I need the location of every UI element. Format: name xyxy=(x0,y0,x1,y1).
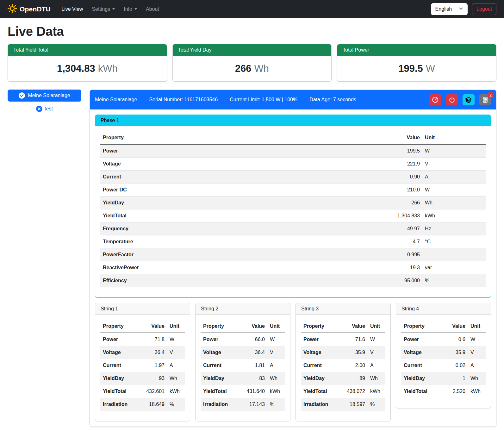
property-value: 49.97 xyxy=(375,222,422,235)
property-value: 35.9 xyxy=(340,346,368,359)
inverter-card-header: Meine Solaranlage Serial Number: 1161716… xyxy=(90,90,496,109)
property-unit: A xyxy=(267,359,285,372)
property-value: 71.8 xyxy=(139,333,167,346)
phase-1-table: Property Value Unit Power199.5WVoltage22… xyxy=(100,131,486,287)
property-name: Voltage xyxy=(100,346,139,359)
property-value: 221.9 xyxy=(375,158,422,171)
speedometer-icon xyxy=(432,97,439,103)
x-circle-icon xyxy=(36,106,42,112)
string-4-card: String 4 Property Value Unit xyxy=(396,303,491,408)
table-row: ReactivePower19.3var xyxy=(100,261,486,274)
property-name: Voltage xyxy=(100,158,375,171)
property-name: YieldDay xyxy=(301,372,340,385)
string-2-card: String 2 Property Value Unit xyxy=(195,303,290,421)
card-header: Total Yield Day xyxy=(173,44,332,56)
table-row: Voltage36.4V xyxy=(100,346,185,359)
event-log-button[interactable]: 2 xyxy=(479,94,491,105)
property-name: YieldTotal xyxy=(100,209,375,222)
property-name: YieldTotal xyxy=(201,385,240,398)
summary-cards-row: Total Yield Total 1,304.83kWh Total Yiel… xyxy=(8,44,496,82)
language-select[interactable]: English xyxy=(431,3,468,15)
inverter-alt-item[interactable]: test xyxy=(8,106,81,112)
table-row: Power199.5W xyxy=(100,144,486,158)
brand[interactable]: OpenDTU xyxy=(8,4,51,15)
property-value: 0.6 xyxy=(440,333,468,346)
cpu-icon xyxy=(465,97,472,103)
card-header: Total Power xyxy=(337,44,496,56)
brand-name: OpenDTU xyxy=(20,5,51,13)
property-value: 2.520 xyxy=(440,385,468,398)
table-row: Temperature4.7°C xyxy=(100,235,486,248)
string-2-body: Property Value Unit Power66.0WVoltage36.… xyxy=(196,315,290,421)
table-row: Irradiation18.597% xyxy=(301,398,385,411)
column-header-value: Value xyxy=(340,320,368,333)
table-row: YieldDay93Wh xyxy=(100,372,185,385)
nav-item-info-label: Info xyxy=(124,6,132,12)
property-value: 199.5 xyxy=(375,144,422,158)
logout-button[interactable]: Logout xyxy=(472,3,496,15)
nav-item-info[interactable]: Info xyxy=(119,4,141,15)
total-yield-day-unit: Wh xyxy=(254,63,269,74)
property-value: 1.81 xyxy=(240,359,267,372)
table-row: Power71.8W xyxy=(100,333,185,346)
property-unit: W xyxy=(267,333,285,346)
property-name: YieldDay xyxy=(100,372,139,385)
table-row: Current1.97A xyxy=(100,359,185,372)
property-value: 4.7 xyxy=(375,235,422,248)
table-row: Irradiation18.649% xyxy=(100,398,185,411)
property-unit: V xyxy=(422,158,486,171)
nav-item-live-view[interactable]: Live View xyxy=(57,4,87,15)
total-yield-total-unit: kWh xyxy=(98,63,118,74)
property-unit: °C xyxy=(422,235,486,248)
property-unit: V xyxy=(167,346,185,359)
total-power-value: 199.5 xyxy=(398,63,423,74)
property-unit: Wh xyxy=(267,372,285,385)
column-header-unit: Unit xyxy=(422,131,486,144)
card-body: 1,304.83kWh xyxy=(8,56,167,81)
property-name: Power xyxy=(401,333,440,346)
property-unit: kWh xyxy=(167,385,185,398)
property-name: Voltage xyxy=(401,346,440,359)
property-name: YieldTotal xyxy=(100,385,139,398)
property-value: 93 xyxy=(139,372,167,385)
table-row: Efficiency95.000% xyxy=(100,274,486,287)
property-unit: Wh xyxy=(468,372,486,385)
nav-item-settings[interactable]: Settings xyxy=(87,4,119,15)
column-header-property: Property xyxy=(401,320,440,333)
property-unit: kWh xyxy=(468,385,486,398)
property-unit: var xyxy=(422,261,486,274)
property-value: 66.0 xyxy=(240,333,267,346)
property-unit: W xyxy=(468,333,486,346)
total-yield-day-value: 266 xyxy=(235,63,252,74)
string-3-table: Property Value Unit Power71.6WVoltage35.… xyxy=(301,320,385,411)
phase-1-card: Phase 1 Property Value Unit Power199.5WV… xyxy=(95,115,491,298)
language-select-value: English xyxy=(435,6,452,12)
page-title: Live Data xyxy=(8,24,496,39)
nav-item-about[interactable]: About xyxy=(141,4,164,15)
table-row: YieldDay89Wh xyxy=(301,372,385,385)
device-info-button[interactable] xyxy=(463,94,475,105)
property-unit: V xyxy=(468,346,486,359)
property-name: Power xyxy=(301,333,340,346)
property-name: YieldDay xyxy=(100,196,375,209)
power-button[interactable] xyxy=(446,94,458,105)
property-value: 0.90 xyxy=(375,171,422,184)
sun-icon xyxy=(8,4,17,15)
inverter-selector-sidebar: Meine Solaranlage test xyxy=(8,90,81,112)
property-unit: V xyxy=(267,346,285,359)
property-name: Efficiency xyxy=(100,274,375,287)
inverter-serial: Serial Number: 116171603546 xyxy=(149,97,218,103)
limit-settings-button[interactable] xyxy=(429,94,441,105)
property-unit: A xyxy=(422,171,486,184)
chevron-down-icon xyxy=(459,6,463,12)
property-name: Voltage xyxy=(201,346,240,359)
string-4-header: String 4 xyxy=(396,303,491,315)
inverter-card: Meine Solaranlage Serial Number: 1161716… xyxy=(90,90,496,427)
property-name: YieldTotal xyxy=(401,385,440,398)
inverter-limit: Current Limit: 1,500 W | 100% xyxy=(230,97,297,103)
string-4-body: Property Value Unit Power0.6WVoltage35.9… xyxy=(396,315,491,408)
inverter-select-button[interactable]: Meine Solaranlage xyxy=(8,90,81,102)
navbar: OpenDTU Live View Settings Info About En… xyxy=(0,0,504,18)
table-row: Power DC210.0W xyxy=(100,184,486,196)
string-1-body: Property Value Unit Power71.8WVoltage36.… xyxy=(95,315,190,421)
